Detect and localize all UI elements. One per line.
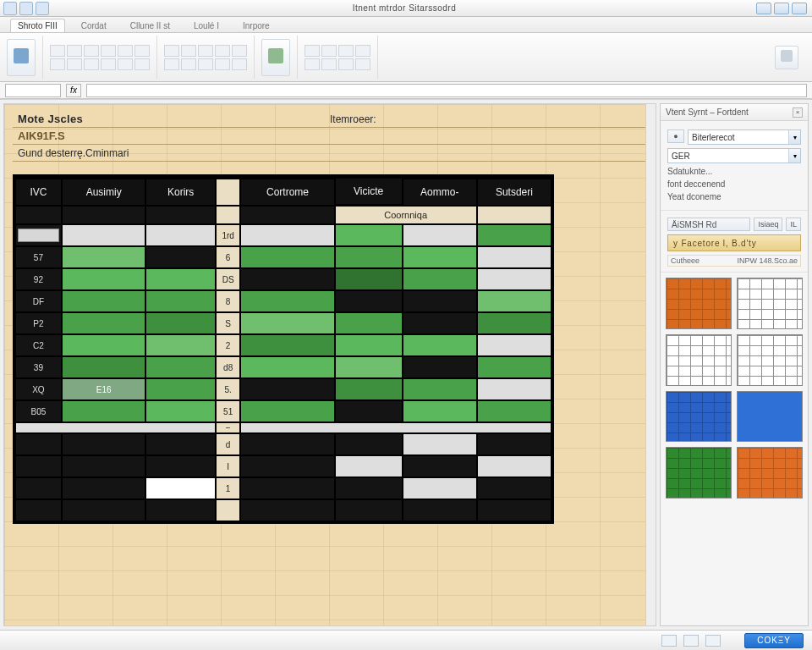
ribbon-help-button[interactable]	[775, 46, 798, 69]
gold-strip[interactable]: y Facetore l, B.d'ty	[667, 234, 801, 251]
formula-input[interactable]	[86, 84, 807, 97]
primary-action-button[interactable]: COKΞY	[744, 633, 804, 648]
ribbon-cmd[interactable]	[50, 45, 65, 57]
ribbon-cmd[interactable]	[101, 45, 116, 57]
name-box[interactable]	[5, 84, 61, 97]
table-row[interactable]: 1	[16, 478, 551, 499]
ribbon-cmd[interactable]	[67, 45, 82, 57]
palette-green[interactable]	[666, 447, 732, 499]
bar-btn-1[interactable]: Isiaeq	[754, 218, 782, 231]
ribbon-cmd[interactable]	[338, 58, 354, 70]
ribbon-cmd[interactable]	[355, 45, 370, 57]
ribbon-group-font	[50, 36, 157, 79]
list-item[interactable]: Yeat dconeme	[667, 192, 801, 201]
list-item[interactable]: Sdatuknte...	[667, 167, 801, 176]
ribbon-cmd[interactable]	[67, 58, 82, 70]
qat-undo-icon[interactable]	[19, 2, 33, 15]
view-normal-icon[interactable]	[661, 635, 677, 647]
palette-grid-1[interactable]	[737, 278, 803, 329]
ribbon-cmd[interactable]	[181, 58, 196, 70]
fx-button[interactable]: fx	[66, 84, 81, 97]
window-controls	[756, 3, 812, 14]
table-row[interactable]: 39d8	[16, 357, 551, 377]
paste-button[interactable]	[7, 39, 36, 76]
category-prefix: GER	[668, 151, 788, 161]
table-row[interactable]: 1rd	[16, 225, 551, 245]
hdr-ta[interactable]: Vicicte	[336, 179, 402, 204]
bar-btn-2[interactable]: IL	[786, 218, 801, 231]
info-line-left: Cutheee	[671, 256, 700, 265]
view-layout-icon[interactable]	[683, 635, 699, 647]
ribbon-tab-3[interactable]: Loulé I	[186, 19, 227, 32]
styles-button[interactable]	[261, 39, 290, 76]
ribbon-cmd[interactable]	[198, 58, 213, 70]
maximize-button[interactable]	[774, 3, 789, 14]
row-label: 92	[16, 269, 61, 289]
list-item[interactable]: font deccenend	[667, 179, 801, 189]
table-row[interactable]: C22	[16, 335, 551, 355]
ribbon-cmd[interactable]	[304, 58, 320, 70]
qat-save-icon[interactable]	[3, 2, 17, 15]
ribbon-cmd[interactable]	[198, 45, 213, 57]
row-label: B05	[16, 401, 61, 421]
ribbon-cmd[interactable]	[164, 58, 179, 70]
ribbon-cmd[interactable]	[134, 45, 150, 57]
palette-grid-2[interactable]	[666, 334, 732, 386]
ribbon-cmd[interactable]	[101, 58, 116, 70]
ribbon-cmd[interactable]	[232, 45, 247, 57]
table-row[interactable]	[16, 500, 551, 521]
table-row[interactable]: I	[16, 456, 551, 476]
table-row[interactable]: B0551	[16, 401, 551, 421]
palette-grid-3[interactable]	[737, 334, 803, 386]
info-label: Itemroeer:	[330, 113, 647, 125]
palette-orange-2[interactable]	[737, 447, 803, 499]
table-row[interactable]: XQE165.	[16, 379, 551, 399]
pane-close-button[interactable]: ×	[793, 107, 803, 118]
ribbon-cmd[interactable]	[118, 45, 133, 57]
palette-blue-2[interactable]	[737, 391, 803, 443]
ribbon-cmd[interactable]	[84, 58, 99, 70]
table-row[interactable]: d	[16, 434, 551, 454]
ribbon-cmd[interactable]	[338, 45, 354, 57]
ribbon-cmd[interactable]	[84, 45, 99, 57]
ribbon-cmd[interactable]	[181, 45, 196, 57]
ribbon-cmd[interactable]	[304, 45, 320, 57]
ribbon-cmd[interactable]	[321, 58, 337, 70]
hdr-c4[interactable]: Cortrome	[241, 179, 333, 205]
ribbon-cmd[interactable]	[50, 58, 65, 70]
ribbon-cmd[interactable]	[164, 45, 179, 57]
ribbon-tab-2[interactable]: Cllune II st	[123, 19, 178, 32]
search-icon[interactable]: ●	[667, 129, 684, 143]
table-row[interactable]: P2S	[16, 313, 551, 333]
hdr-c2[interactable]: Korirs	[146, 179, 214, 205]
hdr-c1[interactable]: Ausimiy	[63, 179, 145, 205]
vertical-scrollbar[interactable]	[645, 104, 656, 625]
search-select[interactable]: Biterlerecot ▾	[688, 129, 801, 145]
ribbon-cmd[interactable]	[215, 58, 230, 70]
ribbon-cmd[interactable]	[321, 45, 337, 57]
table-row[interactable]: 576	[16, 247, 551, 267]
qat-redo-icon[interactable]	[36, 2, 49, 15]
hdr-tb[interactable]: Aommo-	[403, 179, 476, 205]
category-select[interactable]: GER ▾	[667, 148, 801, 163]
view-break-icon[interactable]	[705, 635, 721, 647]
ribbon-tab-4[interactable]: Inrpore	[235, 19, 277, 32]
ribbon-cmd[interactable]	[355, 58, 370, 70]
worksheet[interactable]: Mote Jscles Itemroeer: AIK91F.S Gund des…	[4, 104, 656, 625]
table-row[interactable]: 92DS	[16, 269, 551, 289]
ribbon-tab-1[interactable]: Cordat	[74, 19, 114, 32]
ribbon-cmd[interactable]	[118, 58, 133, 70]
row-control[interactable]	[18, 229, 59, 242]
close-button[interactable]	[792, 3, 807, 14]
palette-blue[interactable]	[666, 391, 732, 443]
worksheet-viewport[interactable]: Mote Jscles Itemroeer: AIK91F.S Gund des…	[3, 103, 656, 626]
ribbon-cmd[interactable]	[232, 58, 247, 70]
minimize-button[interactable]	[756, 3, 771, 14]
info-label: AIK91F.S	[13, 129, 330, 142]
table-row[interactable]: DF8	[16, 291, 551, 311]
palette-orange[interactable]	[666, 278, 732, 329]
ribbon-cmd[interactable]	[215, 45, 230, 57]
ribbon-cmd[interactable]	[134, 58, 150, 70]
ribbon-tab-0[interactable]: Shroto FIII	[10, 19, 65, 32]
hdr-tc[interactable]: Sutsderi	[478, 179, 551, 205]
